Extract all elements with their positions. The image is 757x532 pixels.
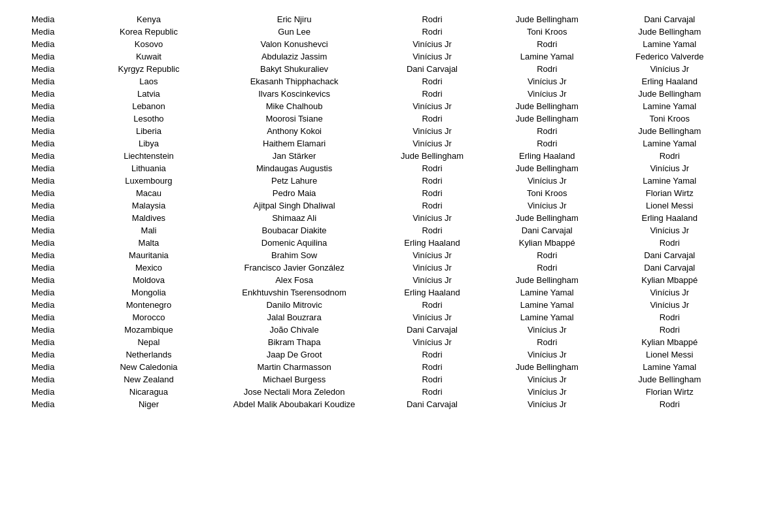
table-cell: Media [26, 50, 88, 63]
table-cell: Toni Kroos [486, 187, 608, 199]
table-cell: Vinícius Jr [378, 249, 486, 261]
table-cell: Vinícius Jr [608, 162, 731, 175]
table-cell: Media [26, 125, 88, 137]
table-cell: Jude Bellingham [486, 361, 608, 373]
table-cell: Lithuania [88, 162, 210, 175]
table-cell: Media [26, 224, 88, 237]
table-row: MediaKuwaitAbdulaziz JassimVinícius JrLa… [26, 50, 731, 63]
table-cell: Martin Charmasson [210, 361, 378, 373]
table-cell: Lesotho [88, 112, 210, 125]
table-cell: Vinícius Jr [608, 286, 731, 299]
table-cell: Media [26, 348, 88, 361]
table-cell: New Caledonia [88, 361, 210, 373]
table-row: MediaMauritaniaBrahim SowVinícius JrRodr… [26, 249, 731, 261]
table-cell: Vinícius Jr [378, 137, 486, 150]
table-cell: Media [26, 88, 88, 100]
table-cell: Media [26, 286, 88, 299]
table-cell: João Chivale [210, 324, 378, 336]
table-cell: Media [26, 274, 88, 286]
table-cell: Rodri [608, 311, 731, 324]
table-cell: Vinícius Jr [608, 299, 731, 311]
table-cell: Malta [88, 237, 210, 249]
table-cell: Rodri [378, 199, 486, 212]
table-row: MediaMongoliaEnkhtuvshin TserensodnomErl… [26, 286, 731, 299]
table-cell: Vinícius Jr [378, 274, 486, 286]
table-row: MediaMaldivesShimaaz AliVinícius JrJude … [26, 212, 731, 224]
table-cell: Rodri [378, 88, 486, 100]
table-cell: Rodri [378, 373, 486, 386]
table-cell: Lamine Yamal [608, 137, 731, 150]
table-cell: Jude Bellingham [486, 212, 608, 224]
table-cell: Erling Haaland [378, 286, 486, 299]
table-cell: Kylian Mbappé [608, 274, 731, 286]
table-cell: Mindaugas Augustis [210, 162, 378, 175]
table-cell: Lamine Yamal [608, 361, 731, 373]
table-cell: Dani Carvajal [378, 398, 486, 410]
table-cell: Jude Bellingham [486, 274, 608, 286]
table-cell: Rodri [378, 162, 486, 175]
table-cell: Vinícius Jr [486, 75, 608, 88]
table-cell: Rodri [486, 137, 608, 150]
table-cell: Domenic Aquilina [210, 237, 378, 249]
table-cell: Mauritania [88, 249, 210, 261]
table-cell: Nepal [88, 336, 210, 348]
table-cell: Vinícius Jr [486, 348, 608, 361]
table-cell: Mexico [88, 261, 210, 274]
table-cell: Moorosi Tsiane [210, 112, 378, 125]
table-row: MediaMaltaDomenic AquilinaErling Haaland… [26, 237, 731, 249]
table-row: MediaLaosEkasanh ThipphachackRodriViníci… [26, 75, 731, 88]
table-cell: Rodri [378, 112, 486, 125]
table-cell: Jaap De Groot [210, 348, 378, 361]
table-cell: Rodri [486, 38, 608, 50]
table-row: MediaLiberiaAnthony KokoiVinícius JrRodr… [26, 125, 731, 137]
table-row: MediaMoroccoJalal BouzraraVinícius JrLam… [26, 311, 731, 324]
table-cell: Toni Kroos [608, 112, 731, 125]
table-cell: Rodri [378, 299, 486, 311]
table-cell: Netherlands [88, 348, 210, 361]
table-cell: Media [26, 324, 88, 336]
table-cell: Rodri [378, 187, 486, 199]
table-cell: Media [26, 199, 88, 212]
table-cell: Rodri [378, 386, 486, 398]
table-cell: Media [26, 63, 88, 75]
table-cell: Vinícius Jr [378, 311, 486, 324]
table-cell: Lamine Yamal [608, 175, 731, 187]
table-row: MediaLesothoMoorosi TsianeRodriJude Bell… [26, 112, 731, 125]
table-cell: Media [26, 112, 88, 125]
table-row: MediaLuxembourgPetz LahureRodriVinícius … [26, 175, 731, 187]
table-cell: Bakyt Shukuraliev [210, 63, 378, 75]
table-cell: Gun Lee [210, 25, 378, 38]
table-cell: Enkhtuvshin Tserensodnom [210, 286, 378, 299]
table-row: MediaKyrgyz RepublicBakyt ShukuralievDan… [26, 63, 731, 75]
table-row: MediaKenyaEric NjiruRodriJude Bellingham… [26, 13, 731, 25]
table-cell: Kosovo [88, 38, 210, 50]
table-cell: Jude Bellingham [608, 125, 731, 137]
table-cell: Media [26, 175, 88, 187]
table-cell: Media [26, 212, 88, 224]
table-row: MediaMontenegroDanilo MitrovicRodriLamin… [26, 299, 731, 311]
table-cell: Media [26, 25, 88, 38]
table-cell: Francisco Javier González [210, 261, 378, 274]
table-cell: Haithem Elamari [210, 137, 378, 150]
table-cell: Jude Bellingham [486, 100, 608, 112]
table-cell: Jude Bellingham [486, 162, 608, 175]
data-table: MediaKenyaEric NjiruRodriJude Bellingham… [26, 13, 731, 410]
table-cell: Jude Bellingham [378, 150, 486, 162]
table-cell: Vinícius Jr [378, 50, 486, 63]
table-cell: Rodri [378, 361, 486, 373]
table-cell: Dani Carvajal [378, 324, 486, 336]
table-row: MediaLebanonMike ChalhoubVinícius JrJude… [26, 100, 731, 112]
table-cell: Erling Haaland [486, 150, 608, 162]
table-cell: Rodri [486, 261, 608, 274]
table-cell: Ekasanh Thipphachack [210, 75, 378, 88]
table-cell: Rodri [486, 249, 608, 261]
table-cell: Dani Carvajal [486, 224, 608, 237]
table-cell: Moldova [88, 274, 210, 286]
table-cell: Media [26, 336, 88, 348]
table-cell: Media [26, 100, 88, 112]
table-row: MediaNigerAbdel Malik Aboubakari Koudize… [26, 398, 731, 410]
table-cell: Media [26, 386, 88, 398]
table-cell: Alex Fosa [210, 274, 378, 286]
table-cell: Lamine Yamal [486, 311, 608, 324]
table-cell: Erling Haaland [608, 75, 731, 88]
